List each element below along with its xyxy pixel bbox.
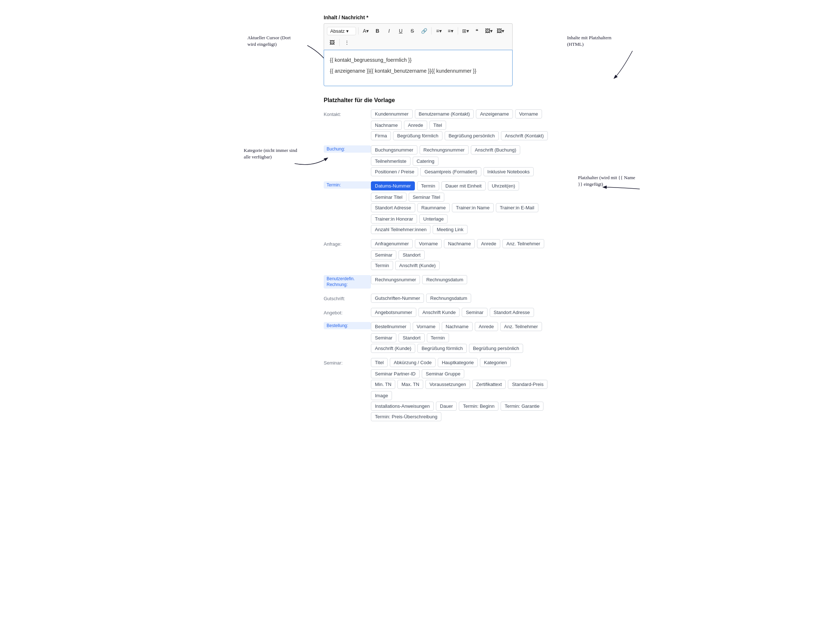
category-termin: Termin: Datums-Nummer Termin Dauer mit E… <box>324 182 556 234</box>
tag-uhrzeiten[interactable]: Uhrzeit(en) <box>488 182 519 191</box>
tag-anzeigename[interactable]: Anzeigename <box>476 109 513 118</box>
tag-min-tn[interactable]: Min. TN <box>371 380 395 389</box>
tag-begruessung-foermlich-k[interactable]: Begrüßung förmlich <box>393 131 442 140</box>
tag-termin[interactable]: Termin <box>417 182 439 191</box>
tag-seminar-ang[interactable]: Seminar <box>462 308 487 317</box>
tag-standort-adresse-t[interactable]: Standort Adresse <box>371 203 415 212</box>
tag-standard-preis[interactable]: Standard-Preis <box>508 380 547 389</box>
tag-benutzername-kontakt[interactable]: Benutzername (Kontakt) <box>415 109 474 118</box>
tag-firma[interactable]: Firma <box>371 131 391 140</box>
tag-max-tn[interactable]: Max. TN <box>397 380 423 389</box>
tag-seminar-partner-id[interactable]: Seminar Partner-ID <box>371 369 419 378</box>
tag-standort-a[interactable]: Standort <box>399 250 424 259</box>
editor-content[interactable]: {{ kontakt_begruessung_foermlich }} {{ a… <box>324 50 512 86</box>
tag-buchungsnummer[interactable]: Buchungsnummer <box>371 145 418 155</box>
tag-seminar-a[interactable]: Seminar <box>371 250 396 259</box>
tag-kategorien[interactable]: Kategorien <box>480 358 511 367</box>
tag-gutschriften-nummer[interactable]: Gutschriften-Nummer <box>371 294 424 303</box>
tag-seminar-titel-1[interactable]: Seminar Titel <box>371 193 407 202</box>
tag-begruessung-persoenlich-be[interactable]: Begrüßung persönlich <box>469 344 523 353</box>
tag-positionen-preise[interactable]: Positionen / Preise <box>371 167 418 176</box>
tag-anz-teilnehmer-be[interactable]: Anz. Teilnehmer <box>500 322 542 331</box>
tag-bestellnummer[interactable]: Bestellnummer <box>371 322 410 331</box>
tag-anz-teilnehmer-a[interactable]: Anz. Teilnehmer <box>503 239 544 248</box>
category-row-angebot-1: Angebot: Angebotsnummer Anschrift Kunde … <box>324 308 556 317</box>
tag-abkuerzung-code[interactable]: Abkürzung / Code <box>390 358 436 367</box>
image-button-3[interactable]: 🖼 <box>327 38 337 47</box>
tag-meeting-link[interactable]: Meeting Link <box>433 225 468 234</box>
tag-catering[interactable]: Catering <box>413 157 438 166</box>
tag-anzahl-teilnehmer[interactable]: Anzahl Teilnehmer:innen <box>371 225 430 234</box>
tag-anschrift-kontakt[interactable]: Anschrift (Kontakt) <box>501 131 548 140</box>
tag-zertifikattext[interactable]: Zertifikattext <box>472 380 506 389</box>
tag-nachname-a[interactable]: Nachname <box>444 239 475 248</box>
tag-anschrift-kunde-be[interactable]: Anschrift (Kunde) <box>371 344 415 353</box>
tag-anrede-k[interactable]: Anrede <box>404 121 427 130</box>
tag-trainer-honorar[interactable]: Trainer:in Honorar <box>371 215 417 224</box>
strikethrough-button[interactable]: S <box>407 26 418 36</box>
tag-termin-beginn[interactable]: Termin: Beginn <box>459 402 498 411</box>
tag-vorname-k[interactable]: Vorname <box>515 109 542 118</box>
tag-teilnehmerliste[interactable]: Teilnehmerliste <box>371 157 410 166</box>
tag-begruessung-foermlich-be[interactable]: Begrüßung förmlich <box>418 344 467 353</box>
tag-installations-anweisungen[interactable]: Installations-Anweisungen <box>371 402 434 411</box>
font-color-button[interactable]: A▾ <box>361 26 371 36</box>
table-button[interactable]: ⊞▾ <box>460 26 470 36</box>
tag-termin-garantie[interactable]: Termin: Garantie <box>501 402 544 411</box>
placeholder-section: Platzhalter für die Vorlage Kontakt: Kun… <box>324 97 556 421</box>
tag-titel[interactable]: Titel <box>429 121 446 130</box>
tag-standort-be[interactable]: Standort <box>399 333 424 343</box>
tag-standort-adresse-ang[interactable]: Standort Adresse <box>490 308 534 317</box>
tag-voraussetzungen[interactable]: Voraussetzungen <box>426 380 470 389</box>
tag-unterlage[interactable]: Unterlage <box>419 215 448 224</box>
tag-rechnungsdatum-br[interactable]: Rechnungsdatum <box>422 275 467 284</box>
category-label-bestellung: Bestellung: <box>324 322 371 329</box>
tag-rechnungsdatum-g[interactable]: Rechnungsdatum <box>426 294 471 303</box>
category-row-termin-3: Termin: Anzahl Teilnehmer:innen Meeting … <box>324 225 556 234</box>
tag-anschrift-buchung[interactable]: Anschrift (Buchung) <box>471 145 520 155</box>
image-button-2[interactable]: 🖼▾ <box>495 26 505 36</box>
list-button[interactable]: ≡▾ <box>434 26 444 36</box>
category-row-anfrage-1: Anfrage: Anfragenummer Vorname Nachname … <box>324 239 556 259</box>
tag-vorname-be[interactable]: Vorname <box>413 322 440 331</box>
paragraph-dropdown[interactable]: Absatz ▾ <box>327 27 356 35</box>
tag-seminar-gruppe[interactable]: Seminar Gruppe <box>422 369 464 378</box>
tag-anrede-be[interactable]: Anrede <box>475 322 498 331</box>
tag-seminar-titel-2[interactable]: Seminar Titel <box>409 193 444 202</box>
underline-button[interactable]: U <box>396 26 406 36</box>
tag-begruessung-persoenlich-k[interactable]: Begrüßung persönlich <box>444 131 499 140</box>
tag-dauer-s[interactable]: Dauer <box>436 402 457 411</box>
link-button[interactable]: 🔗 <box>419 26 429 36</box>
tag-termin-a[interactable]: Termin <box>371 261 393 270</box>
tag-nachname-k[interactable]: Nachname <box>371 121 402 130</box>
tag-termin-be[interactable]: Termin <box>427 333 449 343</box>
tag-nachname-be[interactable]: Nachname <box>442 322 473 331</box>
bold-button[interactable]: B <box>372 26 383 36</box>
tag-trainer-email[interactable]: Trainer:in E-Mail <box>496 203 538 212</box>
tag-datums-nummer[interactable]: Datums-Nummer <box>371 182 415 191</box>
tag-image[interactable]: Image <box>371 391 392 400</box>
tag-inklusive-notebooks[interactable]: Inklusive Notebooks <box>484 167 534 176</box>
tag-vorname-a[interactable]: Vorname <box>415 239 442 248</box>
tag-seminar-be[interactable]: Seminar <box>371 333 396 343</box>
tag-anrede-a[interactable]: Anrede <box>477 239 500 248</box>
ordered-list-button[interactable]: ≡▾ <box>445 26 455 36</box>
tag-rechnungsnummer-br[interactable]: Rechnungsnummer <box>371 275 420 284</box>
tag-raumname[interactable]: Raumname <box>418 203 450 212</box>
tag-angebotsnummer[interactable]: Angebotsnummer <box>371 308 416 317</box>
tag-trainer-name[interactable]: Trainer:in Name <box>452 203 494 212</box>
tag-kundennummer[interactable]: Kundennummer <box>371 109 413 118</box>
tag-gesamtpreis[interactable]: Gesamtpreis (Formatiert) <box>420 167 481 176</box>
tag-anschrift-kunde-a[interactable]: Anschrift (Kunde) <box>395 261 440 270</box>
blockquote-button[interactable]: ❝ <box>472 26 482 36</box>
italic-button[interactable]: I <box>384 26 394 36</box>
tag-anschrift-kunde-ang[interactable]: Anschrift Kunde <box>419 308 460 317</box>
tag-hauptkategorie[interactable]: Hauptkategorie <box>438 358 478 367</box>
image-button-1[interactable]: 🖼▾ <box>484 26 494 36</box>
tag-dauer-mit-einheit[interactable]: Dauer mit Einheit <box>441 182 486 191</box>
tag-rechnungsnummer-b[interactable]: Rechnungsnummer <box>419 145 469 155</box>
more-button[interactable]: ⋮ <box>342 38 352 47</box>
tag-anfragenummer[interactable]: Anfragenummer <box>371 239 413 248</box>
tag-termin-preis-ueberschreibung[interactable]: Termin: Preis-Überschreibung <box>371 412 441 421</box>
tag-titel-s[interactable]: Titel <box>371 358 388 367</box>
